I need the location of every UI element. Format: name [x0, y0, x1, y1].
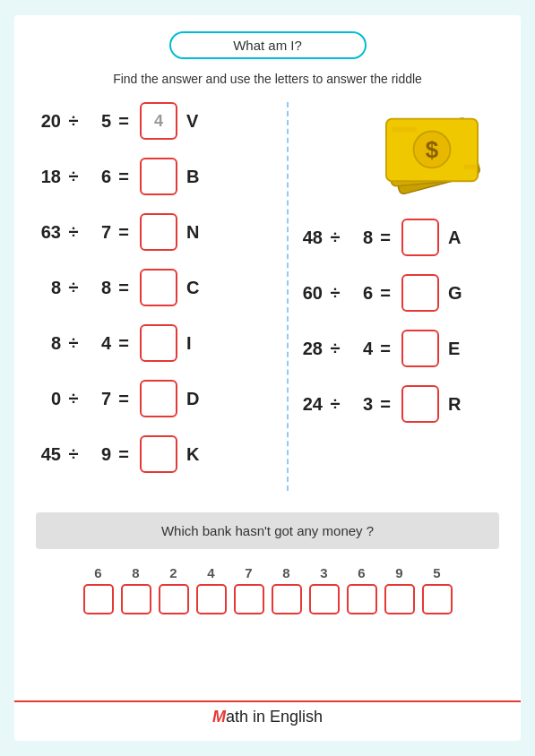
- answer-input-box[interactable]: [401, 385, 439, 423]
- left-equation-row-1: 18 ÷ 6 = B: [36, 158, 278, 195]
- eq-num2: 5: [86, 111, 111, 132]
- number-hint-0: 6: [83, 565, 114, 580]
- answer-box-row: [83, 584, 453, 614]
- right-equation-row-3: 24 ÷ 3 = R: [298, 385, 499, 423]
- eq-equals: =: [116, 444, 131, 465]
- answer-input-box[interactable]: [140, 380, 177, 417]
- eq-op: ÷: [328, 394, 342, 415]
- answer-input-box[interactable]: 4: [140, 102, 177, 140]
- riddle-answer-box-9[interactable]: [422, 584, 453, 614]
- left-equation-row-4: 8 ÷ 4 = I: [36, 324, 278, 362]
- eq-num1: 18: [36, 167, 61, 187]
- answer-input-box[interactable]: [140, 435, 177, 473]
- number-hint-2: 2: [159, 565, 189, 580]
- eq-num2: 6: [86, 167, 111, 187]
- right-equation-row-2: 28 ÷ 4 = E: [298, 330, 499, 367]
- eq-equals: =: [116, 167, 131, 187]
- eq-op: ÷: [328, 283, 342, 304]
- eq-num2: 4: [348, 339, 373, 359]
- eq-num1: 60: [298, 283, 323, 304]
- answer-input-box[interactable]: [140, 324, 177, 362]
- money-image: $: [374, 102, 490, 201]
- number-hint-9: 5: [422, 565, 453, 580]
- svg-rect-6: [463, 165, 476, 170]
- left-equation-row-2: 63 ÷ 7 = N: [36, 213, 278, 251]
- riddle-answer-box-8[interactable]: [384, 584, 415, 614]
- left-equation-row-3: 8 ÷ 8 = C: [36, 269, 278, 306]
- eq-letter: A: [448, 228, 466, 248]
- riddle-answer-box-0[interactable]: [83, 584, 114, 614]
- eq-op: ÷: [66, 222, 81, 243]
- answer-input-box[interactable]: [140, 269, 177, 306]
- riddle-answer-box-1[interactable]: [121, 584, 151, 614]
- riddle-answer-box-6[interactable]: [309, 584, 340, 614]
- answer-section: 6824783695: [36, 565, 499, 614]
- eq-equals: =: [116, 278, 131, 298]
- eq-equals: =: [116, 389, 131, 409]
- eq-num1: 28: [298, 339, 323, 359]
- eq-op: ÷: [66, 389, 81, 409]
- eq-equals: =: [378, 339, 393, 359]
- eq-letter: B: [186, 167, 204, 187]
- main-content: $ 20 ÷ 5 = 4 V 18 ÷ 6 = B 63 ÷ 7 =: [36, 102, 499, 491]
- number-hint-6: 3: [309, 565, 340, 580]
- eq-num2: 8: [86, 278, 111, 298]
- riddle-answer-box-2[interactable]: [159, 584, 189, 614]
- eq-letter: R: [448, 394, 466, 415]
- left-equation-row-0: 20 ÷ 5 = 4 V: [36, 102, 278, 140]
- footer: Math in English: [14, 700, 521, 726]
- eq-letter: I: [186, 333, 204, 354]
- eq-equals: =: [116, 222, 131, 243]
- number-hint-8: 9: [384, 565, 415, 580]
- number-hint-5: 8: [272, 565, 302, 580]
- subtitle-text: Find the answer and use the letters to a…: [36, 72, 499, 86]
- eq-letter: K: [186, 444, 204, 465]
- title-text: What am I?: [233, 38, 302, 53]
- title-box: What am I?: [169, 31, 367, 59]
- eq-letter: G: [448, 283, 466, 304]
- eq-num2: 4: [86, 333, 111, 354]
- eq-letter: V: [186, 111, 204, 132]
- riddle-text: Which bank hasn't got any money ?: [161, 523, 374, 538]
- eq-num1: 0: [36, 389, 61, 409]
- eq-op: ÷: [66, 111, 81, 132]
- column-divider: [287, 102, 289, 491]
- eq-num1: 45: [36, 444, 61, 465]
- riddle-answer-box-4[interactable]: [234, 584, 264, 614]
- answer-input-box[interactable]: [401, 219, 439, 256]
- riddle-answer-box-3[interactable]: [196, 584, 227, 614]
- left-equation-row-6: 45 ÷ 9 = K: [36, 435, 278, 473]
- number-hint-1: 8: [121, 565, 151, 580]
- left-column: 20 ÷ 5 = 4 V 18 ÷ 6 = B 63 ÷ 7 = N 8 ÷ 8…: [36, 102, 278, 491]
- answer-input-box[interactable]: [401, 274, 439, 312]
- page: What am I? Find the answer and use the l…: [14, 15, 521, 741]
- eq-letter: E: [448, 339, 466, 359]
- number-hint-row: 6824783695: [83, 565, 453, 580]
- eq-letter: N: [186, 222, 204, 243]
- left-equation-row-5: 0 ÷ 7 = D: [36, 380, 278, 417]
- eq-num1: 8: [36, 333, 61, 354]
- eq-num2: 6: [348, 283, 373, 304]
- footer-rest: ath in English: [226, 708, 323, 726]
- riddle-answer-box-7[interactable]: [347, 584, 377, 614]
- answer-input-box[interactable]: [140, 213, 177, 251]
- eq-equals: =: [116, 111, 131, 132]
- eq-equals: =: [378, 394, 393, 415]
- eq-num2: 7: [86, 222, 111, 243]
- eq-num1: 48: [298, 228, 323, 248]
- eq-op: ÷: [66, 278, 81, 298]
- eq-num2: 8: [348, 228, 373, 248]
- answer-input-box[interactable]: [140, 158, 177, 195]
- number-hint-3: 4: [196, 565, 227, 580]
- eq-num1: 20: [36, 111, 61, 132]
- eq-equals: =: [116, 333, 131, 354]
- svg-text:$: $: [426, 136, 439, 163]
- riddle-box: Which bank hasn't got any money ?: [36, 512, 499, 549]
- right-equation-row-0: 48 ÷ 8 = A: [298, 219, 499, 256]
- number-hint-7: 6: [347, 565, 377, 580]
- eq-num1: 63: [36, 222, 61, 243]
- eq-num2: 7: [86, 389, 111, 409]
- answer-input-box[interactable]: [401, 330, 439, 367]
- riddle-answer-box-5[interactable]: [272, 584, 302, 614]
- eq-letter: C: [186, 278, 204, 298]
